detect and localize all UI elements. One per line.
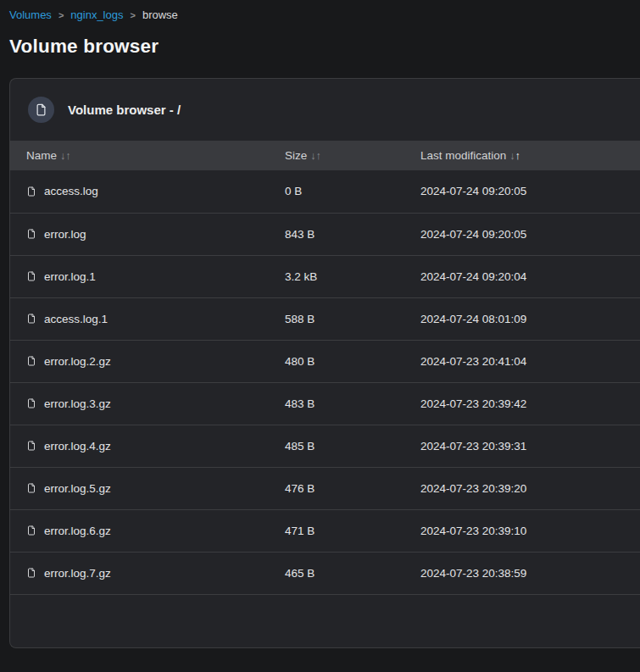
file-icon	[26, 440, 36, 452]
file-icon	[26, 355, 36, 367]
file-icon	[26, 270, 36, 282]
table-row[interactable]: error.log.3.gz 483 B 2024-07-23 20:39:42	[10, 382, 640, 425]
table-row[interactable]: error.log.1 3.2 kB 2024-07-24 09:20:04	[10, 255, 640, 297]
file-modified: 2024-07-23 20:39:10	[420, 509, 640, 552]
file-icon	[26, 482, 36, 494]
file-modified: 2024-07-24 09:20:04	[420, 255, 640, 297]
file-name: error.log.1	[44, 270, 96, 283]
breadcrumb-link-volumes[interactable]: Volumes	[9, 8, 52, 21]
file-size: 588 B	[285, 297, 420, 340]
file-name: access.log.1	[44, 313, 108, 325]
breadcrumb-separator: >	[130, 10, 135, 20]
table-row[interactable]: error.log.7.gz 465 B 2024-07-23 20:38:59	[10, 552, 640, 594]
sort-up-icon: ↑	[515, 150, 520, 162]
table-row[interactable]: access.log 0 B 2024-07-24 09:20:05	[10, 170, 640, 213]
file-modified: 2024-07-24 09:20:05	[420, 170, 640, 213]
table-row[interactable]: error.log 843 B 2024-07-24 09:20:05	[10, 213, 640, 255]
sort-up-icon: ↑	[316, 150, 321, 162]
card-header: Volume browser - /	[10, 79, 640, 141]
file-modified: 2024-07-23 20:39:31	[420, 425, 640, 467]
table-row[interactable]: access.log.1 588 B 2024-07-24 08:01:09	[10, 297, 640, 340]
file-size: 471 B	[285, 509, 420, 552]
table-row[interactable]: error.log.5.gz 476 B 2024-07-23 20:39:20	[10, 467, 640, 509]
breadcrumb-separator: >	[58, 10, 64, 20]
file-table: Name↓↑ Size↓↑ Last modification↓↑	[10, 141, 640, 595]
column-header-size[interactable]: Size↓↑	[285, 141, 420, 170]
breadcrumb-current-browse: browse	[142, 8, 178, 21]
column-label: Size	[285, 149, 307, 162]
file-name: error.log.5.gz	[44, 482, 111, 495]
file-modified: 2024-07-23 20:39:42	[420, 382, 640, 425]
table-header-row: Name↓↑ Size↓↑ Last modification↓↑	[10, 141, 640, 170]
file-icon	[26, 397, 36, 409]
volume-browser-card: Volume browser - / Name↓↑ Size↓↑ Last mo…	[9, 78, 640, 648]
file-modified: 2024-07-23 20:41:04	[420, 340, 640, 382]
file-icon	[26, 525, 36, 536]
page-title: Volume browser	[9, 36, 640, 58]
file-name: error.log.7.gz	[44, 567, 111, 580]
file-icon	[26, 228, 36, 240]
column-label: Last modification	[420, 149, 506, 162]
file-size: 465 B	[285, 552, 420, 594]
file-modified: 2024-07-23 20:38:59	[420, 552, 640, 594]
file-size: 476 B	[285, 467, 420, 509]
file-size: 3.2 kB	[285, 255, 420, 297]
file-icon	[26, 186, 36, 197]
file-size: 480 B	[285, 340, 420, 382]
table-row[interactable]: error.log.2.gz 480 B 2024-07-23 20:41:04	[10, 340, 640, 382]
file-icon	[26, 313, 36, 325]
file-size: 485 B	[285, 425, 420, 467]
file-icon	[35, 103, 47, 116]
file-name: error.log.6.gz	[44, 525, 111, 537]
file-size: 0 B	[285, 170, 420, 213]
file-size: 483 B	[285, 382, 420, 425]
file-modified: 2024-07-24 09:20:05	[420, 213, 640, 255]
file-modified: 2024-07-23 20:39:20	[420, 467, 640, 509]
column-header-last-modification[interactable]: Last modification↓↑	[420, 141, 640, 170]
file-table-body: access.log 0 B 2024-07-24 09:20:05 error…	[10, 170, 640, 594]
card-title: Volume browser - /	[68, 103, 181, 117]
file-name: access.log	[44, 185, 98, 197]
column-label: Name	[26, 149, 57, 162]
file-name: error.log	[44, 228, 86, 241]
file-name: error.log.2.gz	[44, 355, 111, 368]
breadcrumb-link-nginx-logs[interactable]: nginx_logs	[70, 8, 123, 21]
file-icon-badge	[28, 97, 54, 123]
table-row[interactable]: error.log.6.gz 471 B 2024-07-23 20:39:10	[10, 509, 640, 552]
sort-up-icon: ↑	[65, 150, 70, 162]
file-name: error.log.4.gz	[44, 440, 111, 453]
file-size: 843 B	[285, 213, 420, 255]
file-modified: 2024-07-24 08:01:09	[420, 297, 640, 340]
file-name: error.log.3.gz	[44, 397, 111, 410]
breadcrumb: Volumes > nginx_logs > browse	[0, 0, 640, 21]
column-header-name[interactable]: Name↓↑	[10, 141, 285, 170]
file-icon	[26, 567, 36, 579]
table-row[interactable]: error.log.4.gz 485 B 2024-07-23 20:39:31	[10, 425, 640, 467]
